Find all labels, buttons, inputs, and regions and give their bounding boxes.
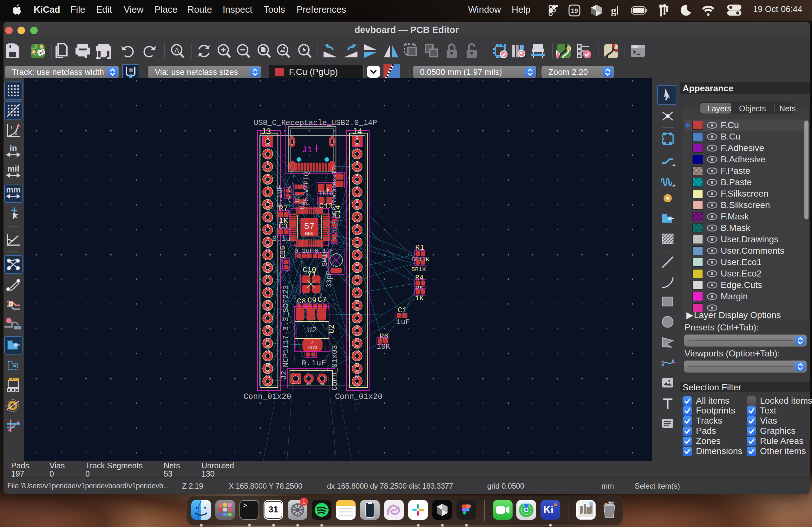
svg-text:GPIO: GPIO [265, 170, 270, 172]
svg-text:U3: U3 [294, 194, 302, 202]
svg-text:GPIO: GPIO [265, 144, 270, 146]
svg-text:12: 12 [265, 274, 270, 279]
svg-text:J3: J3 [261, 127, 271, 137]
svg-text:GPIO: GPIO [265, 258, 270, 260]
svg-text:2: 2 [266, 148, 269, 152]
svg-text:GPIO: GPIO [265, 207, 270, 209]
svg-text:2: 2 [311, 340, 314, 345]
svg-text:0.10F1MEP170C330xxTT: 0.10F1MEP170C330xxTT [331, 167, 338, 239]
svg-text:C16: C16 [279, 246, 287, 259]
svg-text:8: 8 [356, 224, 358, 228]
svg-text:USB_C_Receptacle_USB2.0_14P: USB_C_Receptacle_USB2.0_14P [254, 119, 377, 127]
svg-text:0.1uF: 0.1uF [294, 247, 314, 254]
svg-text:GPIO: GPIO [265, 283, 270, 286]
svg-text:GPIO: GPIO [354, 321, 360, 323]
svg-text:13: 13 [355, 287, 359, 291]
svg-text:+3V3: +3V3 [307, 345, 317, 350]
svg-text:in: in [10, 143, 17, 153]
svg-text:4: 4 [266, 173, 269, 178]
svg-text:C9: C9 [307, 296, 317, 305]
svg-text:GPIO: GPIO [265, 371, 270, 374]
svg-text:20: 20 [265, 375, 270, 380]
svg-text:GPIO: GPIO [265, 182, 270, 184]
svg-text:17: 17 [265, 337, 270, 342]
svg-text:A: A [174, 46, 179, 54]
svg-text:GPIO: GPIO [354, 258, 360, 260]
svg-text:NCP1117-3.3_SOT223: NCP1117-3.3_SOT223 [282, 285, 290, 367]
svg-text:GPIO: GPIO [265, 245, 270, 247]
svg-text:GPIO: GPIO [354, 144, 360, 146]
svg-text:GPIO: GPIO [354, 296, 360, 298]
svg-text:6: 6 [266, 199, 269, 203]
svg-text:20: 20 [355, 375, 359, 380]
svg-text:16: 16 [355, 325, 359, 329]
svg-text:GPIO: GPIO [265, 296, 270, 298]
svg-text:5: 5 [356, 186, 358, 190]
svg-text:GPIO: GPIO [265, 270, 270, 273]
svg-text:25JVZPIQ: 25JVZPIQ [303, 172, 310, 205]
svg-text:GPIO: GPIO [354, 170, 360, 172]
svg-text:C7: C7 [318, 295, 327, 304]
svg-text:GPIO: GPIO [354, 233, 360, 235]
svg-text:SW1: SW1 [321, 254, 329, 266]
svg-text:r: r [11, 124, 13, 130]
svg-text:18: 18 [355, 350, 359, 354]
svg-text:Conn_01x20: Conn_01x20 [244, 392, 291, 401]
svg-text:10K: 10K [377, 342, 390, 351]
svg-text:GPIO: GPIO [354, 182, 360, 184]
svg-text:GPIO: GPIO [354, 245, 360, 247]
svg-text:10: 10 [355, 249, 359, 253]
svg-text:10: 10 [265, 249, 270, 253]
svg-text:GPIO: GPIO [354, 270, 360, 273]
svg-text:GPIO: GPIO [354, 359, 360, 361]
svg-text:19: 19 [571, 7, 578, 14]
svg-text:7: 7 [266, 211, 269, 216]
svg-text:GPIO: GPIO [265, 195, 270, 197]
svg-text:33pF: 33pF [325, 271, 333, 288]
svg-text:11: 11 [265, 262, 270, 266]
svg-text:GPIO: GPIO [354, 384, 360, 386]
svg-text:GPIO: GPIO [354, 220, 360, 222]
svg-text:5: 5 [266, 186, 269, 190]
svg-text:GPIO: GPIO [265, 346, 270, 349]
svg-text:GPIO: GPIO [265, 220, 270, 222]
svg-text:57: 57 [304, 222, 315, 232]
svg-text:GPIO: GPIO [354, 346, 360, 349]
svg-text:GND: GND [306, 383, 311, 385]
svg-text:GPIO: GPIO [265, 233, 270, 235]
svg-text:GND: GND [305, 231, 314, 236]
svg-text:SWD: SWD [320, 383, 325, 385]
svg-text:9: 9 [266, 236, 269, 241]
svg-text:R1: R1 [415, 244, 424, 252]
svg-text:3: 3 [266, 161, 269, 165]
svg-text:GPIO: GPIO [354, 195, 360, 197]
svg-text:15: 15 [265, 312, 270, 317]
svg-text:GPIO: GPIO [354, 207, 360, 209]
svg-text:12: 12 [355, 274, 359, 279]
svg-text:14: 14 [265, 299, 270, 304]
svg-text:mm: mm [6, 185, 20, 194]
svg-text:6: 6 [356, 199, 358, 203]
svg-text:g: g [611, 4, 616, 16]
svg-text:1K: 1K [415, 295, 424, 303]
svg-text:7: 7 [356, 211, 358, 216]
svg-text:J2: J2 [280, 371, 288, 380]
svg-text:GPIO: GPIO [354, 371, 360, 374]
svg-text:θ: θ [15, 131, 17, 136]
svg-text:14: 14 [355, 299, 359, 304]
svg-text:U2: U2 [327, 324, 336, 334]
svg-text:SWCLK: SWCLK [292, 382, 300, 385]
svg-text:Conn_01x20: Conn_01x20 [335, 392, 382, 401]
svg-text:0.1uF: 0.1uF [315, 247, 334, 254]
svg-text:16: 16 [265, 325, 270, 329]
svg-text:17: 17 [355, 337, 359, 342]
svg-text:GPIO: GPIO [265, 308, 270, 310]
svg-text:4: 4 [356, 173, 358, 178]
svg-text:1: 1 [295, 375, 297, 378]
svg-text:Conn_01x03: Conn_01x03 [331, 345, 339, 391]
svg-text:2: 2 [356, 148, 358, 152]
svg-text:18: 18 [265, 350, 270, 354]
svg-text:C13: C13 [319, 202, 333, 210]
svg-text:9: 9 [356, 236, 358, 241]
svg-text:1uF: 1uF [396, 318, 410, 326]
